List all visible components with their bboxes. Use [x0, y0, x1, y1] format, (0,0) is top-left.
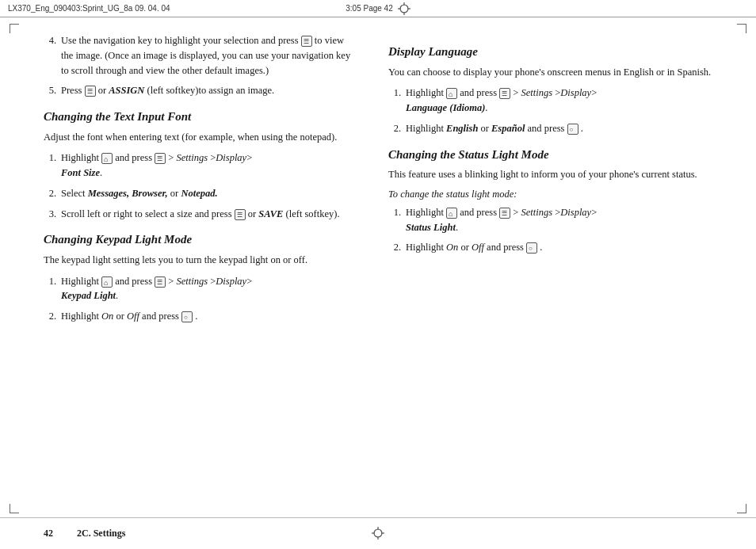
- ok-icon-2: [567, 124, 578, 135]
- item-5-num: 5.: [44, 83, 56, 98]
- keypad-item-2: 2. Highlight On or Off and press .: [44, 309, 353, 324]
- list-item-5: 5. Press or ASSIGN (left softkey)to assi…: [44, 83, 353, 98]
- kp-item-1-num: 1.: [44, 274, 56, 304]
- sl-item-1-num: 1.: [388, 205, 401, 235]
- status-light-note: To change the status light mode:: [388, 189, 724, 200]
- sl-item-2: 2. Highlight On or Off and press .: [388, 240, 724, 255]
- english-label: English: [446, 123, 478, 134]
- sl-item-1-text: Highlight and press > Settings >Display>…: [406, 205, 724, 235]
- sl-item-2-num: 2.: [388, 240, 401, 255]
- dl-item-1: 1. Highlight and press > Settings >Displ…: [388, 86, 724, 116]
- status-light-label: Status Light: [406, 222, 456, 233]
- notepad-label: Notepad.: [181, 188, 217, 199]
- header-center-text: 3:05 Page 42: [346, 4, 393, 13]
- home-icon-2: [101, 276, 113, 288]
- display-language-list: 1. Highlight and press > Settings >Displ…: [388, 86, 724, 135]
- dl-dot-1: .: [485, 102, 487, 113]
- home-icon-3: [446, 88, 457, 99]
- home-icon-4: [446, 208, 457, 219]
- menu-icon-4: [235, 209, 246, 220]
- kp-item-2-text: Highlight On or Off and press .: [61, 309, 353, 324]
- keypad-light-list: 1. Highlight and press > Settings >Displ…: [44, 274, 353, 324]
- messages-label: Messages, Browser,: [88, 188, 168, 199]
- on-label-2: On: [446, 242, 458, 253]
- item-2-text: Select Messages, Browser, or Notepad.: [61, 186, 353, 201]
- assign-label: ASSIGN: [109, 85, 144, 96]
- svg-point-5: [374, 529, 382, 537]
- menu-icon-7: [499, 208, 510, 219]
- status-light-list: 1. Highlight and press > Settings >Displ…: [388, 205, 724, 255]
- section-status-light-heading: Changing the Status Light Mode: [388, 147, 724, 163]
- dl-item-1-num: 1.: [388, 86, 401, 116]
- kp-item-2-num: 2.: [44, 309, 56, 324]
- svg-point-0: [400, 5, 408, 13]
- keypad-item-1: 1. Highlight and press > Settings >Displ…: [44, 274, 353, 304]
- dl-item-2-num: 2.: [388, 121, 401, 136]
- bottom-crosshair-icon: [372, 527, 384, 543]
- left-column: 4. Use the navigation key to highlight y…: [0, 17, 372, 517]
- item-3-text: Scroll left or right to select a size an…: [61, 207, 353, 222]
- header-center: 3:05 Page 42: [346, 2, 410, 15]
- on-label-1: On: [101, 311, 113, 322]
- menu-icon-1: [301, 36, 312, 47]
- item-4-text: Use the navigation key to highlight your…: [61, 33, 353, 78]
- font-size-dot: .: [100, 167, 102, 178]
- list-item-4: 4. Use the navigation key to highlight y…: [44, 33, 353, 78]
- dl-item-2: 2. Highlight English or Español and pres…: [388, 121, 724, 136]
- kp-item-1-text: Highlight and press > Settings >Display>…: [61, 274, 353, 304]
- espanol-label: Español: [491, 123, 525, 134]
- menu-icon-6: [499, 88, 510, 99]
- ok-icon-3: [526, 242, 537, 254]
- section-keypad-light-body: The keypad light setting lets you to tur…: [44, 253, 353, 268]
- font-size-label: Font Size: [61, 167, 100, 178]
- item-5-text: Press or ASSIGN (left softkey)to assign …: [61, 83, 353, 98]
- sl-item-1: 1. Highlight and press > Settings >Displ…: [388, 205, 724, 235]
- menu-icon-3: [155, 153, 166, 164]
- item-2-num: 2.: [44, 186, 56, 201]
- home-icon-1: [101, 153, 113, 164]
- sl-dot-1: .: [456, 222, 458, 233]
- text-font-list: 1. Highlight and press > Settings >Displ…: [44, 151, 353, 221]
- kp-dot: .: [116, 290, 118, 301]
- menu-icon-2: [85, 86, 96, 97]
- content-area: 4. Use the navigation key to highlight y…: [0, 17, 756, 517]
- ok-icon-1: [181, 311, 193, 322]
- item-4-num: 4.: [44, 33, 56, 78]
- right-column: Display Language You can choose to displ…: [372, 17, 756, 517]
- language-idioma-label: Language (Idioma): [406, 102, 485, 113]
- footer-page-number: 42: [44, 528, 53, 539]
- text-font-item-1: 1. Highlight and press > Settings >Displ…: [44, 151, 353, 181]
- section-text-input-font-heading: Changing the Text Input Font: [44, 109, 353, 125]
- text-font-item-2: 2. Select Messages, Browser, or Notepad.: [44, 186, 353, 201]
- text-font-item-3: 3. Scroll left or right to select a size…: [44, 207, 353, 222]
- header-bar: LX370_Eng_090403:Sprint_UG_8a 09. 04. 04…: [0, 0, 756, 17]
- header-left: LX370_Eng_090403:Sprint_UG_8a 09. 04. 04: [8, 4, 346, 13]
- section-status-light-body: This feature uses a blinking light to in…: [388, 167, 724, 182]
- intro-list: 4. Use the navigation key to highlight y…: [44, 33, 353, 98]
- section-display-language-heading: Display Language: [388, 44, 724, 60]
- section-display-language-body: You can choose to display your phone's o…: [388, 65, 724, 80]
- keypad-light-label: Keypad Light: [61, 290, 116, 301]
- off-label-1: Off: [127, 311, 139, 322]
- save-label: SAVE: [258, 208, 283, 219]
- dl-item-1-text: Highlight and press > Settings >Display>…: [406, 86, 724, 116]
- section-keypad-light-heading: Changing Keypad Light Mode: [44, 232, 353, 248]
- page-container: LX370_Eng_090403:Sprint_UG_8a 09. 04. 04…: [0, 0, 756, 549]
- footer-section-label: 2C. Settings: [77, 528, 125, 539]
- section-text-input-font-body: Adjust the font when entering text (for …: [44, 130, 353, 145]
- off-label-2: Off: [472, 242, 484, 253]
- item-1-num: 1.: [44, 151, 56, 181]
- crosshair-icon: [398, 2, 410, 15]
- item-3-num: 3.: [44, 207, 56, 222]
- dl-item-2-text: Highlight English or Español and press .: [406, 121, 724, 136]
- menu-icon-5: [155, 276, 166, 288]
- item-1-text: Highlight and press > Settings >Display>…: [61, 151, 353, 181]
- sl-item-2-text: Highlight On or Off and press .: [406, 240, 724, 255]
